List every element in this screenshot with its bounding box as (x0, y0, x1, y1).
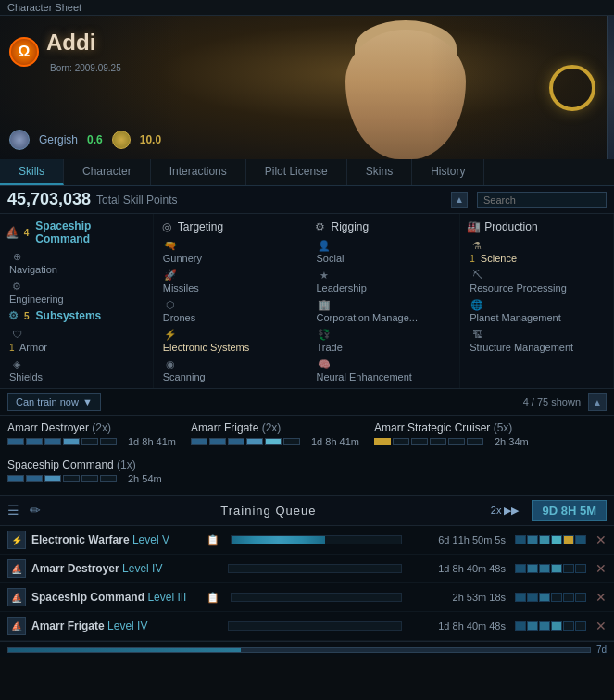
queue-item-bars-2 (515, 564, 586, 573)
skill-scanning[interactable]: ◉ Scanning (159, 355, 301, 384)
queue-item-time-2: 1d 8h 40m 48s (413, 563, 506, 574)
corp-management-icon: 🏢 (317, 297, 332, 312)
subsystems-icon: ⚙ (6, 308, 20, 323)
queue-header: ☰ ✏ Training Queue 2x ▶▶ 9D 8H 5M (0, 496, 614, 526)
queue-title: Training Queue (52, 504, 485, 518)
corp-icon (9, 130, 30, 150)
tab-skins[interactable]: Skins (347, 159, 412, 185)
queue-note-icon-3[interactable]: 📋 (207, 592, 219, 604)
tab-pilot-license[interactable]: Pilot License (246, 159, 347, 185)
amarr-destroyer-time: 1d 8h 41m (128, 436, 176, 447)
filter-label: Can train now (16, 396, 79, 407)
tab-character[interactable]: Character (64, 159, 151, 185)
skill-col-spaceship: ⛵ 4 Spaceship Command ⊕ Navigation ⚙ Eng… (0, 214, 154, 388)
skill-gunnery[interactable]: 🔫 Gunnery (159, 236, 301, 266)
train-item-amarr-strategic-cruiser[interactable]: Amarr Strategic Cruiser (5x) 2h 34m (374, 421, 529, 447)
rigging-label: Rigging (332, 220, 370, 233)
search-input[interactable] (477, 192, 607, 208)
queue-remove-3[interactable]: ✕ (595, 590, 607, 605)
skill-structure-management[interactable]: 🏗 Structure Management (466, 325, 608, 355)
collapse-button[interactable]: ▲ (451, 192, 468, 208)
queue-remove-4[interactable]: ✕ (595, 619, 607, 633)
skill-electronic-systems[interactable]: ⚡ Electronic Systems (159, 325, 301, 355)
queue-multiplier: 2x ▶▶ (491, 505, 520, 517)
skill-trade[interactable]: 💱 Trade (313, 325, 455, 355)
subsystems-level-num: 5 (24, 311, 30, 321)
queue-items: ⚡ Electronic Warfare Level V 📋 6d 11h 50… (0, 526, 614, 641)
queue-item-bars-3 (515, 593, 586, 602)
skill-armor[interactable]: 🛡 1 Armor (6, 325, 147, 355)
structure-management-icon: 🏗 (470, 327, 484, 342)
train-name-amarr-frigate: Amarr Frigate (2x) (191, 421, 359, 434)
standing-icon (112, 131, 131, 149)
leadership-icon: ★ (317, 268, 332, 282)
skill-social[interactable]: 👤 Social (313, 236, 455, 266)
rigging-icon: ⚙ (313, 219, 328, 234)
queue-progress-bar-4 (228, 621, 402, 631)
armor-icon: 🛡 (9, 327, 24, 342)
char-info: Ω Addi Born: 2009.09.25 (9, 30, 121, 77)
spaceship-level-num: 4 (24, 228, 30, 238)
skill-cat-subsystems[interactable]: ⚙ 5 Subsystems (6, 306, 147, 325)
queue-item-4: ⛵ Amarr Frigate Level IV 1d 8h 40m 48s ✕ (0, 612, 614, 641)
queue-edit-icon[interactable]: ✏ (30, 503, 46, 519)
skill-col-production: 🏭 Production ⚗ 1 Science ⛏ Resource Proc… (460, 214, 614, 388)
queue-item-level-1: Level V (132, 533, 169, 546)
train-item-spaceship-command[interactable]: Spaceship Command (1x) 2h 54m (7, 458, 162, 484)
corp-line: Gergish 0.6 10.0 (9, 130, 161, 150)
spaceship-command-icon: ⛵ (6, 225, 20, 240)
queue-item-level-4: Level IV (107, 619, 147, 632)
skill-cat-targeting[interactable]: ◎ Targeting (159, 218, 301, 236)
queue-note-icon-1[interactable]: 📋 (207, 534, 219, 546)
amarr-destroyer-bars (7, 438, 117, 445)
queue-list-icon: ☰ (7, 503, 24, 519)
search-box (477, 192, 607, 208)
queue-item-level-3: Level III (147, 591, 186, 604)
skill-cat-production[interactable]: 🏭 Production (466, 218, 608, 236)
social-icon: 👤 (317, 238, 332, 253)
timeline-track (7, 647, 591, 653)
planet-management-icon: 🌐 (470, 297, 484, 312)
queue-remove-1[interactable]: ✕ (595, 532, 607, 547)
train-item-amarr-destroyer[interactable]: Amarr Destroyer (2x) 1d 8h 41m (7, 421, 176, 447)
tab-history[interactable]: History (412, 159, 484, 185)
skill-cat-rigging[interactable]: ⚙ Rigging (313, 218, 455, 236)
queue-progress-bar-1 (231, 535, 402, 544)
skill-missiles[interactable]: 🚀 Missiles (159, 266, 301, 295)
skill-navigation[interactable]: ⊕ Navigation (6, 247, 147, 277)
tabs-row: Skills Character Interactions Pilot Lice… (0, 159, 614, 186)
tab-interactions[interactable]: Interactions (151, 159, 246, 185)
corp-name: Gergish (39, 133, 78, 146)
skill-drones[interactable]: ⬡ Drones (159, 295, 301, 325)
scanning-icon: ◉ (163, 356, 178, 371)
shields-icon: ◈ (9, 356, 24, 371)
train-item-amarr-frigate[interactable]: Amarr Frigate (2x) 1d 8h 41m (191, 421, 359, 447)
science-icon: ⚗ (470, 238, 484, 253)
skills-grid: ⛵ 4 Spaceship Command ⊕ Navigation ⚙ Eng… (0, 214, 614, 389)
title-bar: Character Sheet (0, 0, 614, 16)
sort-button[interactable]: ▲ (588, 393, 607, 411)
queue-item-2: ⛵ Amarr Destroyer Level IV 1d 8h 40m 48s… (0, 555, 614, 583)
skill-planet-management[interactable]: 🌐 Planet Management (466, 295, 608, 325)
queue-item-name-4: Amarr Frigate Level IV (31, 619, 204, 632)
queue-remove-2[interactable]: ✕ (595, 561, 607, 576)
navigation-icon: ⊕ (9, 249, 24, 264)
char-born: Born: 2009.09.25 (50, 63, 121, 73)
skill-engineering[interactable]: ⚙ Engineering (6, 277, 147, 306)
amarr-strategic-time: 2h 34m (495, 436, 529, 447)
queue-time-badge: 9D 8H 5M (532, 500, 607, 521)
skill-shields[interactable]: ◈ Shields (6, 355, 147, 384)
filter-dropdown[interactable]: Can train now ▼ (7, 393, 101, 411)
train-name-amarr-strategic: Amarr Strategic Cruiser (5x) (374, 421, 529, 434)
skill-science[interactable]: ⚗ 1 Science (466, 236, 608, 266)
skill-neural-enhancement[interactable]: 🧠 Neural Enhancement (313, 355, 455, 384)
production-label: Production (484, 220, 537, 233)
skill-corp-management[interactable]: 🏢 Corporation Manage... (313, 295, 455, 325)
skill-resource-processing[interactable]: ⛏ Resource Processing (466, 266, 608, 295)
missiles-icon: 🚀 (163, 268, 178, 282)
skill-cat-spaceship-command[interactable]: ⛵ 4 Spaceship Command (6, 218, 147, 247)
skill-leadership[interactable]: ★ Leadership (313, 266, 455, 295)
queue-item-level-2: Level IV (122, 562, 162, 575)
tab-skills[interactable]: Skills (0, 159, 64, 185)
neural-icon: 🧠 (317, 356, 332, 371)
